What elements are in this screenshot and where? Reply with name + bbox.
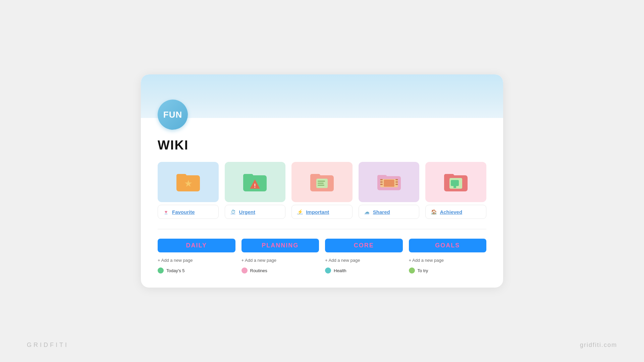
wiki-label-important[interactable]: ⚡ Important — [291, 205, 353, 219]
add-page-planning[interactable]: + Add a new page — [241, 256, 319, 264]
add-page-goals[interactable]: + Add a new page — [409, 256, 487, 264]
board-core: CORE + Add a new page Health — [325, 239, 403, 274]
folder-shared-icon — [377, 170, 401, 194]
svg-rect-14 — [377, 175, 387, 179]
board-item-goals-1[interactable]: To try — [409, 267, 487, 274]
wiki-thumb-achieved[interactable] — [425, 162, 486, 202]
svg-rect-24 — [444, 174, 454, 179]
wiki-label-shared[interactable]: ☁ Shared — [359, 205, 420, 219]
svg-rect-27 — [453, 186, 456, 188]
main-card: FUN WIKI ★ ♥ Favourite — [141, 74, 503, 288]
important-label: Important — [306, 209, 329, 215]
wiki-title: WIKI — [158, 138, 486, 153]
shared-label: Shared — [373, 209, 390, 215]
svg-rect-19 — [395, 179, 398, 180]
svg-rect-20 — [395, 181, 398, 183]
board-item-planning-1[interactable]: Routines — [241, 267, 319, 274]
board-goals: GOALS + Add a new page To try — [409, 239, 487, 274]
folder-urgent-icon: ! — [243, 170, 267, 194]
svg-rect-26 — [451, 180, 459, 186]
clock-icon: ⏱ — [230, 208, 236, 215]
svg-rect-4 — [243, 174, 253, 179]
wiki-label-achieved[interactable]: 🏠 Achieved — [425, 205, 486, 219]
board-item-planning-label: Routines — [250, 268, 267, 273]
urgent-label: Urgent — [239, 209, 255, 215]
wiki-label-favourite[interactable]: ♥ Favourite — [158, 205, 219, 219]
add-page-core[interactable]: + Add a new page — [325, 256, 403, 264]
folder-achieved-icon — [444, 170, 468, 194]
card-header: FUN — [141, 74, 503, 118]
svg-rect-21 — [395, 184, 398, 185]
bolt-icon: ⚡ — [297, 208, 303, 215]
svg-rect-16 — [380, 179, 382, 180]
svg-rect-12 — [318, 185, 324, 186]
folder-important-icon — [310, 170, 334, 194]
board-header-daily: DAILY — [158, 239, 235, 252]
board-header-goals: GOALS — [409, 239, 487, 252]
svg-rect-1 — [176, 174, 186, 179]
achieved-label: Achieved — [440, 209, 462, 215]
svg-text:!: ! — [254, 183, 256, 189]
wiki-item-urgent: ! ⏱ Urgent — [225, 162, 286, 219]
board-item-daily-label: Today's 5 — [166, 268, 185, 273]
wiki-grid: ★ ♥ Favourite ! — [158, 162, 486, 219]
svg-rect-11 — [318, 183, 324, 184]
wiki-item-favourite: ★ ♥ Favourite — [158, 162, 219, 219]
wiki-item-important: ⚡ Important — [291, 162, 353, 219]
wiki-thumb-urgent[interactable]: ! — [225, 162, 286, 202]
board-item-core-label: Health — [334, 268, 346, 273]
dot-goals-1 — [409, 267, 415, 274]
svg-rect-18 — [380, 184, 382, 185]
wiki-label-urgent[interactable]: ⏱ Urgent — [225, 205, 286, 219]
boards-grid: DAILY + Add a new page Today's 5 PLANNIN… — [158, 239, 486, 274]
wiki-item-shared: ☁ Shared — [359, 162, 420, 219]
cloud-icon: ☁ — [364, 208, 370, 215]
add-page-daily[interactable]: + Add a new page — [158, 256, 235, 264]
card-body: WIKI ★ ♥ Favourite — [141, 118, 503, 288]
dot-core-1 — [325, 267, 331, 274]
wiki-thumb-favourite[interactable]: ★ — [158, 162, 219, 202]
board-planning: PLANNING + Add a new page Routines — [241, 239, 319, 274]
svg-rect-10 — [318, 181, 325, 182]
svg-rect-22 — [384, 180, 394, 187]
watermark-left: GRIDFITI — [27, 342, 69, 349]
svg-rect-17 — [380, 181, 382, 183]
board-header-core: CORE — [325, 239, 403, 252]
wiki-item-achieved: 🏠 Achieved — [425, 162, 486, 219]
folder-favourite-icon: ★ — [176, 170, 200, 194]
board-item-goals-label: To try — [418, 268, 428, 273]
board-item-daily-1[interactable]: Today's 5 — [158, 267, 235, 274]
dot-daily-1 — [158, 267, 164, 274]
wiki-thumb-shared[interactable] — [359, 162, 420, 202]
section-divider — [158, 229, 486, 229]
favourite-label: Favourite — [172, 209, 195, 215]
board-header-planning: PLANNING — [241, 239, 319, 252]
board-item-core-1[interactable]: Health — [325, 267, 403, 274]
dot-planning-1 — [241, 267, 248, 274]
board-daily: DAILY + Add a new page Today's 5 — [158, 239, 235, 274]
svg-rect-8 — [310, 174, 320, 179]
heart-icon: ♥ — [163, 208, 169, 215]
watermark-right: gridfiti.com — [580, 342, 617, 349]
home-icon: 🏠 — [430, 208, 437, 215]
wiki-thumb-important[interactable] — [291, 162, 353, 202]
svg-text:★: ★ — [184, 178, 192, 189]
fun-badge: FUN — [158, 100, 188, 130]
